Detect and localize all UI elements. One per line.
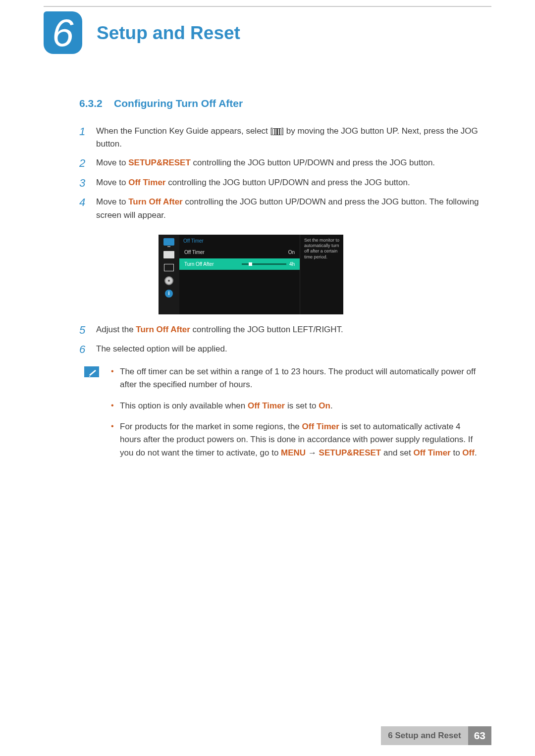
- monitor-icon: [163, 238, 174, 247]
- step-list: 1 When the Function Key Guide appears, s…: [79, 125, 483, 222]
- chapter-title: Setup and Reset: [97, 19, 240, 47]
- step-4: 4 Move to Turn Off After controlling the…: [79, 196, 483, 222]
- step-5: 5 Adjust the Turn Off After controlling …: [79, 323, 483, 337]
- section-title: Configuring Turn Off After: [114, 98, 243, 109]
- section-number: 6.3.2: [79, 98, 103, 109]
- resize-icon: [163, 263, 174, 272]
- note-item: This option is only available when Off T…: [111, 400, 483, 412]
- osd-main: Off Timer Off Timer On Turn Off After 4h: [179, 235, 300, 314]
- osd-hint: Set the monitor to automatically turn of…: [300, 235, 343, 314]
- menu-icon: [272, 128, 281, 135]
- note-item: The off timer can be set within a range …: [111, 365, 483, 392]
- step-text: When the Function Key Guide appears, sel…: [96, 125, 483, 151]
- osd-row-value: 4h: [289, 260, 295, 268]
- step-6: 6 The selected option will be applied.: [79, 343, 483, 356]
- step-number: 3: [79, 176, 96, 190]
- note-block: The off timer can be set within a range …: [79, 365, 483, 467]
- osd-header: Off Timer: [179, 235, 300, 247]
- note-list: The off timer can be set within a range …: [111, 365, 483, 467]
- header-rule: [44, 6, 491, 7]
- note-icon: [84, 366, 99, 377]
- step-text: The selected option will be applied.: [96, 343, 483, 356]
- settings-icon: [163, 276, 174, 285]
- osd-panel: i Off Timer Off Timer On Turn Off After …: [159, 235, 343, 314]
- section-heading: 6.3.2 Configuring Turn Off After: [79, 96, 483, 112]
- info-icon: i: [163, 289, 174, 298]
- step-number: 2: [79, 156, 96, 170]
- osd-sidebar: i: [159, 235, 179, 314]
- page-content: 6.3.2 Configuring Turn Off After 1 When …: [79, 96, 483, 467]
- osd-row-value: On: [288, 249, 295, 256]
- step-2: 2 Move to SETUP&RESET controlling the JO…: [79, 156, 483, 170]
- page-footer: 6 Setup and Reset 63: [381, 726, 491, 745]
- osd-screenshot: i Off Timer Off Timer On Turn Off After …: [159, 235, 483, 314]
- step-3: 3 Move to Off Timer controlling the JOG …: [79, 176, 483, 190]
- step-list-cont: 5 Adjust the Turn Off After controlling …: [79, 323, 483, 356]
- step-1: 1 When the Function Key Guide appears, s…: [79, 125, 483, 151]
- step-text: Move to Turn Off After controlling the J…: [96, 196, 483, 222]
- step-number: 4: [79, 196, 96, 222]
- chapter-number: 6: [52, 13, 73, 52]
- note-item: For products for the market in some regi…: [111, 420, 483, 459]
- footer-chapter-label: 6 Setup and Reset: [381, 726, 468, 745]
- osd-row-label: Off Timer: [184, 249, 205, 256]
- step-text: Move to SETUP&RESET controlling the JOG …: [96, 156, 483, 170]
- osd-row-turn-off-after: Turn Off After 4h: [179, 258, 300, 270]
- osd-row-off-timer: Off Timer On: [179, 247, 300, 258]
- step-number: 1: [79, 125, 96, 151]
- osd-row-label: Turn Off After: [184, 260, 214, 268]
- step-text: Move to Off Timer controlling the JOG bu…: [96, 176, 483, 190]
- osd-slider: [242, 263, 286, 265]
- step-number: 5: [79, 323, 96, 337]
- footer-page-number: 63: [468, 726, 491, 745]
- picture-icon: [163, 251, 174, 259]
- step-number: 6: [79, 343, 96, 356]
- step-text: Adjust the Turn Off After controlling th…: [96, 323, 483, 337]
- chapter-tab: 6: [44, 11, 82, 54]
